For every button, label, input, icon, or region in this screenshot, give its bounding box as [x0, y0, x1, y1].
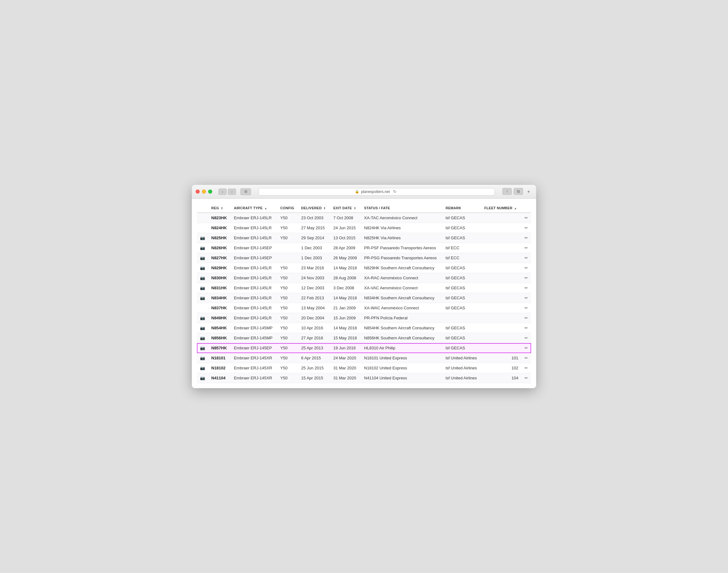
- reg-cell: N837HK: [208, 303, 231, 313]
- edit-icon[interactable]: ✏: [525, 215, 528, 220]
- edit-icon[interactable]: ✏: [525, 256, 528, 260]
- remark-cell: lsf United Airlines: [443, 363, 481, 373]
- reload-button[interactable]: ↻: [392, 188, 398, 195]
- delivered-cell: 12 Dec 2003: [298, 283, 330, 293]
- edit-icon[interactable]: ✏: [525, 316, 528, 320]
- col-exit-date[interactable]: EXIT DATE ⇕: [330, 204, 361, 213]
- camera-icon[interactable]: 📷: [200, 236, 205, 240]
- delivered-cell: 25 Apr 2013: [298, 343, 330, 353]
- delivered-cell: 15 Apr 2015: [298, 373, 330, 383]
- camera-cell: 📷: [197, 253, 208, 263]
- status-fate-cell: HL8310 Air Philip: [361, 343, 442, 353]
- address-bar[interactable]: 🔒 planespotters.net ↻: [258, 188, 495, 196]
- delivered-cell: 13 May 2004: [298, 303, 330, 313]
- new-tab-button[interactable]: +: [525, 188, 532, 196]
- col-config: CONFIG: [277, 204, 298, 213]
- camera-icon[interactable]: 📷: [200, 335, 205, 340]
- camera-icon[interactable]: 📷: [200, 246, 205, 250]
- sidebar-button[interactable]: ⊟: [240, 188, 251, 195]
- share-button[interactable]: ↑: [502, 188, 512, 195]
- edit-icon[interactable]: ✏: [525, 296, 528, 300]
- edit-cell: ✏: [522, 333, 531, 343]
- config-cell: Y50: [277, 343, 298, 353]
- reg-cell: N823HK: [208, 213, 231, 223]
- aircraft-type-cell: Embraer ERJ-145EP: [231, 243, 277, 253]
- table-row: 📷N827HKEmbraer ERJ-145EP1 Dec 200326 May…: [197, 253, 531, 263]
- edit-cell: ✏: [522, 323, 531, 333]
- camera-icon[interactable]: 📷: [200, 326, 205, 330]
- camera-icon[interactable]: 📷: [200, 266, 205, 270]
- reg-cell: N825HK: [208, 233, 231, 243]
- camera-icon[interactable]: 📷: [200, 275, 205, 280]
- edit-icon[interactable]: ✏: [525, 246, 528, 250]
- fleet-number-cell: [481, 263, 522, 273]
- edit-cell: ✏: [522, 233, 531, 243]
- status-fate-cell: N18101 United Express: [361, 353, 442, 363]
- col-delivered[interactable]: DELIVERED ⇕: [298, 204, 330, 213]
- aircraft-type-cell: Embraer ERJ-145LR: [231, 233, 277, 243]
- edit-icon[interactable]: ✏: [525, 225, 528, 230]
- fleet-number-cell: [481, 233, 522, 243]
- reg-cell: N849HK: [208, 313, 231, 323]
- edit-icon[interactable]: ✏: [525, 266, 528, 270]
- exit-date-cell: 21 Jan 2009: [330, 303, 361, 313]
- edit-icon[interactable]: ✏: [525, 275, 528, 280]
- status-fate-cell: XA-VAC Aeroméxico Connect: [361, 283, 442, 293]
- camera-icon[interactable]: 📷: [200, 316, 205, 320]
- reg-cell: N834HK: [208, 293, 231, 303]
- remark-cell: lsf United Airlines: [443, 373, 481, 383]
- table-row: 📷N41104Embraer ERJ-145XRY5015 Apr 201531…: [197, 373, 531, 383]
- forward-button[interactable]: ›: [228, 189, 236, 195]
- delivered-cell: 1 Dec 2003: [298, 243, 330, 253]
- camera-cell: 📷: [197, 343, 208, 353]
- edit-icon[interactable]: ✏: [525, 366, 528, 370]
- reg-cell: N824HK: [208, 223, 231, 233]
- col-fleet-number[interactable]: FLEET NUMBER ▲: [481, 204, 522, 213]
- remark-cell: lsf ECC: [443, 243, 481, 253]
- aircraft-type-cell: Embraer ERJ-145LR: [231, 283, 277, 293]
- camera-cell: 📷: [197, 293, 208, 303]
- fullscreen-button[interactable]: [208, 190, 212, 194]
- edit-icon[interactable]: ✏: [525, 326, 528, 330]
- camera-icon[interactable]: 📷: [200, 296, 205, 300]
- camera-cell: [197, 213, 208, 223]
- col-aircraft-type[interactable]: AIRCRAFT TYPE ▲: [231, 204, 277, 213]
- col-camera: [197, 204, 208, 213]
- delivered-cell: 10 Apr 2016: [298, 323, 330, 333]
- edit-icon[interactable]: ✏: [525, 285, 528, 290]
- col-reg[interactable]: REG ⇕: [208, 204, 231, 213]
- edit-cell: ✏: [522, 283, 531, 293]
- back-button[interactable]: ‹: [219, 189, 227, 195]
- camera-icon[interactable]: 📷: [200, 376, 205, 380]
- table-row: 📷N18101Embraer ERJ-145XRY506 Apr 201524 …: [197, 353, 531, 363]
- aircraft-type-cell: Embraer ERJ-145MP: [231, 333, 277, 343]
- status-fate-cell: XA-TAC Aeroméxico Connect: [361, 213, 442, 223]
- camera-icon[interactable]: 📷: [200, 256, 205, 260]
- edit-icon[interactable]: ✏: [525, 356, 528, 360]
- camera-cell: 📷: [197, 363, 208, 373]
- delivered-cell: 23 Oct 2003: [298, 213, 330, 223]
- edit-icon[interactable]: ✏: [525, 376, 528, 380]
- status-fate-cell: PR-PSG Passaredo Transportes Aereos: [361, 253, 442, 263]
- camera-cell: 📷: [197, 273, 208, 283]
- remark-cell: lsf GECAS: [443, 213, 481, 223]
- aircraft-type-cell: Embraer ERJ-145XR: [231, 353, 277, 363]
- camera-icon[interactable]: 📷: [200, 346, 205, 350]
- camera-icon[interactable]: 📷: [200, 356, 205, 360]
- close-button[interactable]: [196, 190, 200, 194]
- aircraft-table: REG ⇕ AIRCRAFT TYPE ▲ CONFIG DELIVERED ⇕…: [197, 204, 531, 383]
- duplicate-button[interactable]: ⧉: [514, 188, 523, 195]
- edit-icon[interactable]: ✏: [525, 346, 528, 350]
- edit-icon[interactable]: ✏: [525, 306, 528, 310]
- camera-icon[interactable]: 📷: [200, 285, 205, 290]
- config-cell: Y50: [277, 353, 298, 363]
- fleet-number-cell: [481, 293, 522, 303]
- nav-buttons: ‹ ›: [219, 189, 236, 195]
- exit-date-cell: 31 Mar 2020: [330, 363, 361, 373]
- edit-icon[interactable]: ✏: [525, 335, 528, 340]
- fleet-number-cell: 102: [481, 363, 522, 373]
- minimize-button[interactable]: [202, 190, 206, 194]
- camera-icon[interactable]: 📷: [200, 366, 205, 370]
- aircraft-type-cell: Embraer ERJ-145EP: [231, 343, 277, 353]
- edit-icon[interactable]: ✏: [525, 236, 528, 240]
